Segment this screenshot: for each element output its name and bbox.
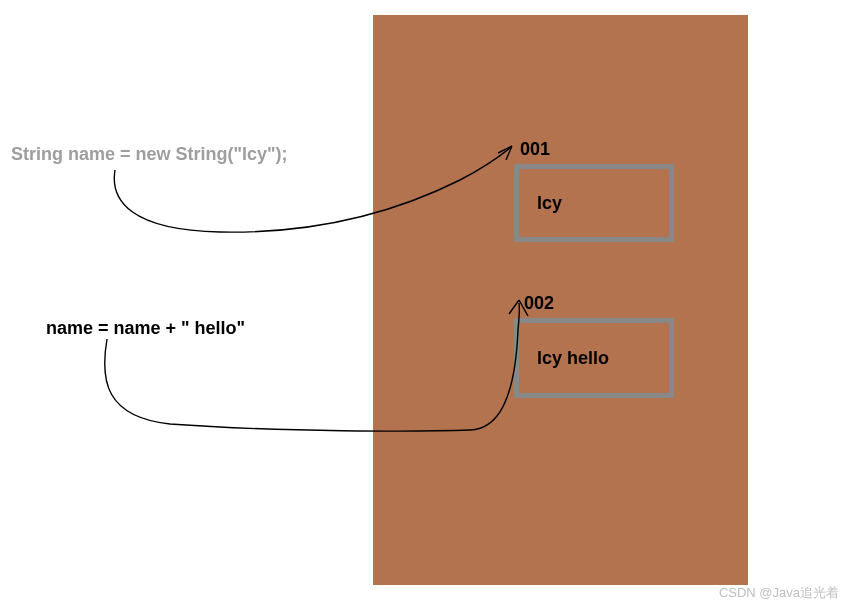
heap-object-1-value: lcy [537, 193, 562, 214]
heap-object-2-value: lcy hello [537, 348, 609, 369]
diagram-stage: String name = new String("lcy"); name = … [0, 0, 865, 608]
watermark: CSDN @Java追光着 [719, 584, 839, 602]
heap-region [373, 15, 748, 585]
code-line-2: name = name + " hello" [46, 318, 245, 339]
address-label-1: 001 [520, 139, 550, 160]
code-line-1: String name = new String("lcy"); [11, 144, 288, 165]
heap-object-2: lcy hello [514, 318, 674, 398]
address-label-2: 002 [524, 293, 554, 314]
heap-object-1: lcy [514, 164, 674, 242]
